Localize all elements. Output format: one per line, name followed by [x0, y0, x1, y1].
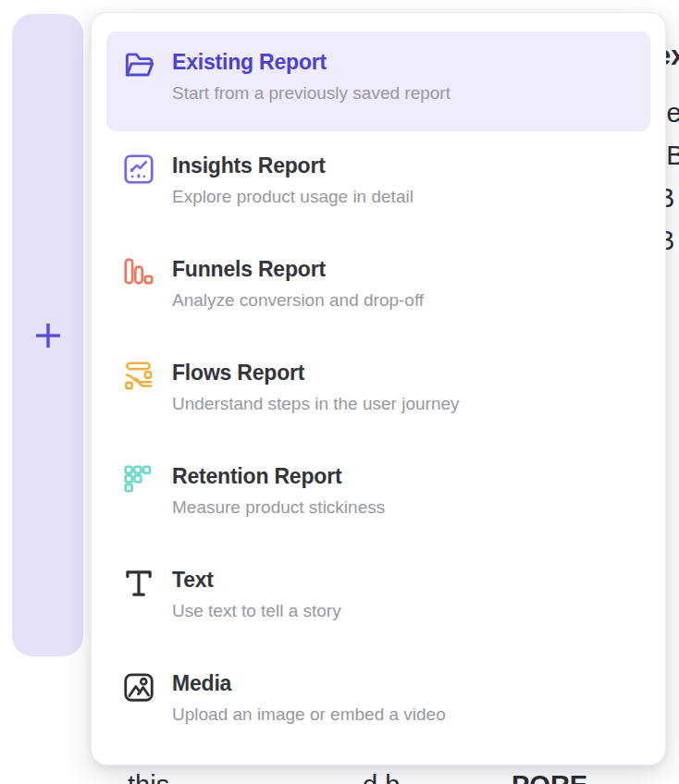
- menu-item-media[interactable]: Media Upload an image or embed a video: [106, 653, 650, 753]
- menu-item-title: Funnels Report: [172, 256, 424, 282]
- menu-item-subtitle: Explore product usage in detail: [172, 185, 414, 208]
- menu-item-retention-report[interactable]: Retention Report Measure product stickin…: [106, 446, 650, 545]
- bg-text-fragment: d b: [363, 770, 400, 784]
- menu-item-subtitle: Use text to tell a story: [172, 599, 341, 622]
- insights-chart-icon: [121, 152, 156, 187]
- menu-item-subtitle: Upload an image or embed a video: [172, 703, 446, 726]
- retention-grid-icon: [121, 462, 156, 497]
- menu-item-existing-report[interactable]: Existing Report Start from a previously …: [106, 31, 650, 131]
- menu-item-title: Flows Report: [172, 360, 460, 386]
- menu-item-title: Media: [172, 670, 446, 696]
- text-icon: [121, 566, 156, 601]
- bg-text-fragment: PORE: [512, 770, 587, 784]
- add-report-button[interactable]: [30, 317, 67, 354]
- menu-item-subtitle: Measure product stickiness: [172, 496, 385, 519]
- menu-item-subtitle: Understand steps in the user journey: [172, 392, 460, 415]
- funnel-bars-icon: [121, 255, 156, 290]
- menu-item-text[interactable]: Text Use text to tell a story: [106, 549, 650, 649]
- menu-item-subtitle: Analyze conversion and drop-off: [172, 288, 424, 312]
- add-report-menu: Existing Report Start from a previously …: [91, 12, 666, 766]
- plus-icon: [32, 320, 64, 351]
- folder-open-icon: [121, 48, 156, 83]
- bg-text-fragment: this: [128, 770, 169, 784]
- menu-item-title: Insights Report: [172, 153, 414, 178]
- menu-item-title: Text: [172, 567, 341, 593]
- media-image-icon: [121, 669, 156, 704]
- menu-item-subtitle: Start from a previously saved report: [172, 81, 451, 104]
- menu-item-flows-report[interactable]: Flows Report Understand steps in the use…: [106, 342, 650, 442]
- menu-item-funnels-report[interactable]: Funnels Report Analyze conversion and dr…: [106, 239, 650, 338]
- add-content-rail: [12, 14, 83, 656]
- menu-item-title: Existing Report: [172, 49, 451, 75]
- flows-icon: [121, 359, 156, 394]
- menu-item-insights-report[interactable]: Insights Report Explore product usage in…: [106, 135, 650, 235]
- menu-item-title: Retention Report: [172, 463, 385, 489]
